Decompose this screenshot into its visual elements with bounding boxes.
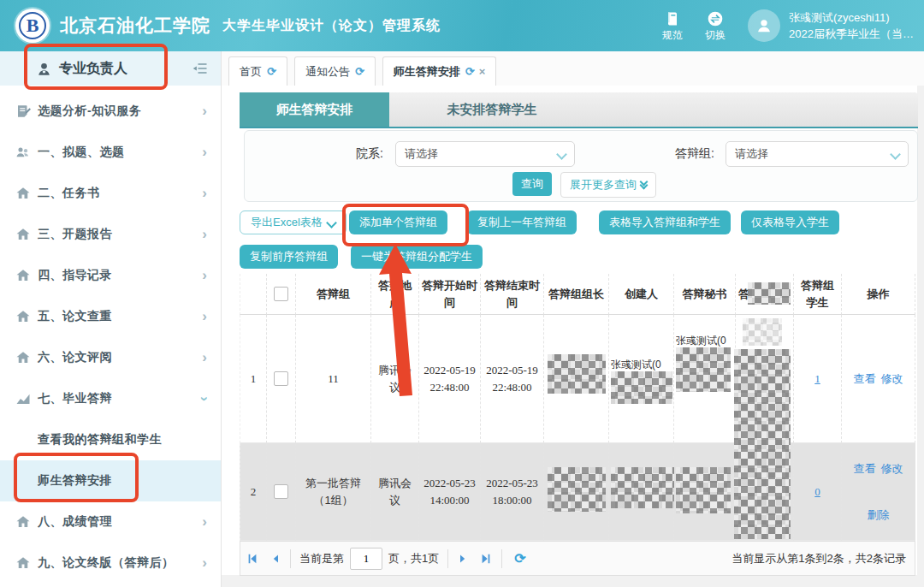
row-index: 2 bbox=[240, 443, 267, 541]
school-logo: B bbox=[15, 9, 50, 43]
sidebar-item-guidance-record[interactable]: 四、指导记录 › bbox=[0, 255, 221, 296]
divider bbox=[501, 549, 502, 568]
chevron-right-icon: › bbox=[202, 267, 207, 284]
expand-query-button[interactable]: 展开更多查询 bbox=[560, 172, 656, 198]
home-icon bbox=[15, 514, 31, 530]
inner-tab-arrangement[interactable]: 师生答辩安排 bbox=[240, 92, 389, 127]
filter-row: 院系: 请选择 答辩组: 请选择 bbox=[245, 141, 917, 167]
sidebar-item-thesis-review[interactable]: 六、论文评阅 › bbox=[0, 337, 221, 378]
norm-button[interactable]: 规范 bbox=[662, 10, 683, 41]
import-group-students-label: 表格导入答辩组和学生 bbox=[609, 215, 720, 230]
edit-link[interactable]: 修改 bbox=[881, 460, 903, 477]
view-link[interactable]: 查看 bbox=[854, 371, 876, 388]
chevron-right-icon: › bbox=[202, 554, 207, 572]
group-cell: 11 bbox=[296, 315, 371, 443]
last-page-button[interactable] bbox=[480, 553, 492, 565]
index-header bbox=[240, 274, 267, 315]
select-all-checkbox[interactable] bbox=[274, 287, 288, 301]
sidebar-item-proposal-report[interactable]: 三、开题报告 › bbox=[0, 214, 221, 255]
add-single-group-button[interactable]: 添加单个答辩组 bbox=[349, 210, 447, 234]
students-cell: 1 bbox=[794, 315, 842, 443]
edit-link[interactable]: 修改 bbox=[881, 371, 903, 388]
sidebar-item-final-thesis[interactable]: 九、论文终版（答辩后） › bbox=[0, 543, 221, 584]
export-excel-button[interactable]: 导出Excel表格 bbox=[240, 210, 346, 234]
delete-link[interactable]: 删除 bbox=[868, 507, 890, 524]
copy-previous-groups-button[interactable]: 复制前序答辩组 bbox=[240, 245, 338, 269]
switch-button[interactable]: 切换 bbox=[705, 10, 726, 41]
book-icon bbox=[664, 10, 681, 27]
page-number-input[interactable] bbox=[350, 548, 382, 570]
one-key-assign-button[interactable]: 一键为答辩组分配学生 bbox=[351, 245, 483, 269]
row-checkbox[interactable] bbox=[274, 484, 288, 499]
view-link[interactable]: 查看 bbox=[854, 460, 876, 477]
import-students-only-button[interactable]: 仅表格导入学生 bbox=[741, 210, 839, 234]
role-label: 专业负责人 bbox=[59, 60, 127, 78]
sidebar-subitem-my-defense-groups[interactable]: 查看我的答辩组和学生 bbox=[0, 419, 221, 460]
select-all-cell bbox=[267, 274, 296, 315]
query-button[interactable]: 查询 bbox=[512, 172, 552, 196]
chevron-down-icon bbox=[890, 149, 901, 160]
switch-label: 切换 bbox=[705, 30, 726, 41]
user-session: 2022届秋季毕业生（当… bbox=[789, 26, 914, 43]
close-icon[interactable]: × bbox=[479, 65, 486, 78]
chart-icon bbox=[15, 391, 31, 406]
home-icon bbox=[15, 186, 31, 201]
place-cell: 腾讯会议 bbox=[371, 443, 419, 541]
home-icon bbox=[15, 268, 31, 283]
sidebar-item-grade-management[interactable]: 八、成绩管理 › bbox=[0, 501, 221, 543]
user-info[interactable]: 张彧测试(zyceshi11) 2022届秋季毕业生（当… bbox=[789, 9, 914, 43]
privacy-mosaic bbox=[748, 282, 791, 305]
copy-last-year-button[interactable]: 复制上一年答辩组 bbox=[467, 210, 577, 234]
refresh-icon[interactable]: ⟳ bbox=[355, 65, 364, 78]
inner-tab-unassigned[interactable]: 未安排答辩学生 bbox=[389, 92, 595, 127]
sidebar-item-topic-selection[interactable]: 一、拟题、选题 › bbox=[0, 132, 221, 173]
privacy-mosaic bbox=[611, 467, 674, 508]
row-checkbox[interactable] bbox=[274, 371, 288, 386]
next-page-button[interactable] bbox=[458, 554, 468, 564]
refresh-icon[interactable]: ⟳ bbox=[465, 65, 475, 78]
norm-label: 规范 bbox=[662, 30, 683, 41]
sidebar-item-graduation-defense[interactable]: 七、毕业答辩 › bbox=[0, 378, 221, 419]
user-name: 张彧测试(zyceshi11) bbox=[789, 9, 914, 27]
tab-defense-arrangement[interactable]: 师生答辩安排 ⟳ × bbox=[382, 56, 497, 86]
sidebar-collapse-icon[interactable] bbox=[192, 60, 209, 77]
app-window: B 北京石油化工学院 大学生毕业设计（论文）管理系统 规范 切换 bbox=[0, 0, 924, 587]
import-group-students-button[interactable]: 表格导入答辩组和学生 bbox=[599, 210, 731, 234]
prev-page-button[interactable] bbox=[270, 554, 281, 564]
actions-cell: 查看 修改 bbox=[842, 315, 915, 443]
double-chevron-down-icon bbox=[641, 181, 647, 188]
sidebar-item-task-book[interactable]: 二、任务书 › bbox=[0, 173, 221, 214]
copy-previous-groups-label: 复制前序答辩组 bbox=[250, 249, 328, 264]
sidebar-item-label: 选题分析-知识服务 bbox=[38, 104, 141, 119]
sidebar-item-plagiarism-check[interactable]: 五、论文查重 › bbox=[0, 296, 221, 337]
col-header: 答辩开始时间 bbox=[419, 274, 481, 315]
next-page-icon bbox=[458, 554, 468, 564]
privacy-mosaic bbox=[734, 349, 791, 539]
students-count-link[interactable]: 0 bbox=[814, 483, 820, 501]
last-page-icon bbox=[480, 553, 492, 565]
chevron-down-icon bbox=[556, 149, 567, 160]
header-right: 规范 切换 张彧测试(zyceshi11) 2022届秋季毕业生（当… bbox=[662, 0, 914, 51]
chevron-right-icon: › bbox=[202, 103, 207, 120]
dept-select[interactable]: 请选择 bbox=[395, 141, 575, 167]
tab-home[interactable]: 首页 ⟳ bbox=[228, 56, 287, 86]
chevron-down-icon: › bbox=[196, 396, 213, 401]
first-page-button[interactable] bbox=[246, 553, 258, 565]
sidebar-subitem-defense-arrangement[interactable]: 师生答辩安排 bbox=[0, 460, 221, 501]
user-avatar[interactable] bbox=[748, 9, 780, 42]
col-header: 答辩组学生 bbox=[794, 274, 842, 315]
tab-notice[interactable]: 通知公告 ⟳ bbox=[294, 56, 376, 86]
sidebar-item-label: 六、论文评阅 bbox=[38, 350, 112, 365]
home-icon bbox=[15, 555, 31, 571]
secretary-text-fragment: 张彧测试(0 bbox=[676, 334, 732, 348]
sidebar-item-label: 师生答辩安排 bbox=[38, 473, 112, 489]
refresh-icon[interactable]: ⟳ bbox=[267, 65, 276, 78]
students-count-link[interactable]: 1 bbox=[814, 371, 820, 388]
group-select[interactable]: 请选择 bbox=[726, 141, 909, 167]
one-key-assign-label: 一键为答辩组分配学生 bbox=[361, 249, 472, 264]
refresh-list-icon[interactable]: ⟳ bbox=[514, 550, 525, 566]
divider bbox=[447, 549, 448, 568]
sidebar-item-topic-analysis[interactable]: 选题分析-知识服务 › bbox=[0, 91, 221, 132]
end-time-cell: 2022-05-23 18:00:00 bbox=[481, 443, 544, 541]
privacy-mosaic bbox=[676, 347, 731, 392]
